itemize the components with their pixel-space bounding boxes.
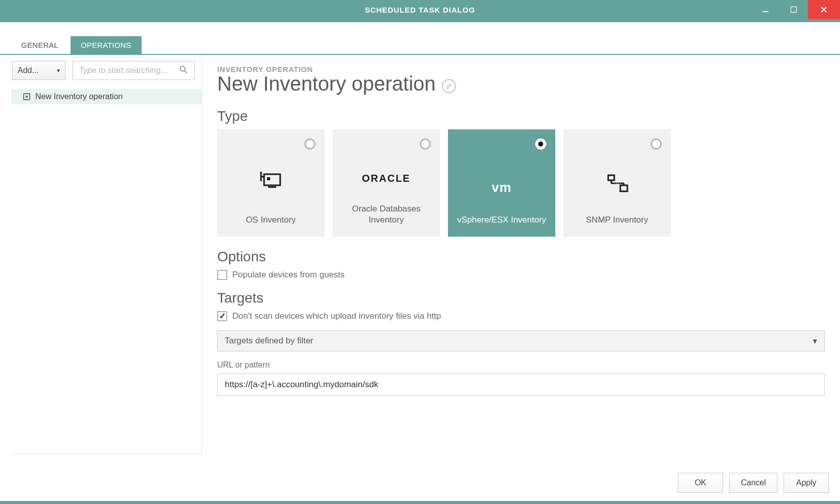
- url-pattern-value: https://[a-z]+\.accounting\.mydomain/sdk: [225, 380, 378, 390]
- svg-point-13: [618, 182, 620, 184]
- svg-rect-6: [268, 186, 276, 188]
- page-title: New Inventory operation: [217, 73, 436, 95]
- type-card-label: SNMP Inventory: [569, 214, 666, 226]
- operations-list-item-label: New Inventory operation: [35, 92, 122, 101]
- minimize-icon: [762, 6, 769, 13]
- chevron-down-icon: ▾: [57, 67, 60, 74]
- targets-mode-selected: Targets defined by filter: [225, 336, 313, 346]
- apply-button[interactable]: Apply: [784, 473, 829, 493]
- search-placeholder: Type to start searching...: [79, 66, 167, 75]
- cancel-button[interactable]: Cancel: [729, 473, 778, 493]
- pencil-icon: [445, 83, 453, 90]
- body: Add... ▾ Type to start searching... New …: [0, 55, 840, 455]
- operation-detail-pane: INVENTORY OPERATION New Inventory operat…: [202, 55, 840, 455]
- chevron-down-icon: ▾: [813, 336, 817, 346]
- type-card-vsphere-inventory[interactable]: vm vSphere/ESX Inventory: [448, 129, 555, 237]
- radio-icon: [420, 138, 431, 150]
- operations-list: New Inventory operation: [11, 86, 202, 104]
- minimize-button[interactable]: [751, 0, 780, 19]
- radio-icon: [651, 138, 662, 150]
- ok-button[interactable]: OK: [678, 473, 723, 493]
- option-skip-http-label: Don't scan devices which upload inventor…: [232, 311, 441, 321]
- options-heading: Options: [217, 249, 825, 265]
- titlebar: SCHEDULED TASK DIALOG: [0, 0, 840, 19]
- type-card-snmp-inventory[interactable]: SNMP Inventory: [563, 129, 671, 237]
- window-controls: [751, 0, 840, 19]
- tab-operations[interactable]: OPERATIONS: [71, 36, 141, 54]
- targets-mode-select[interactable]: Targets defined by filter ▾: [217, 330, 825, 351]
- close-icon: [820, 6, 828, 14]
- type-card-label: vSphere/ESX Inventory: [454, 214, 550, 226]
- operations-sidebar: Add... ▾ Type to start searching... New …: [11, 55, 202, 455]
- svg-rect-10: [608, 175, 614, 180]
- window-bottom-border: [0, 501, 840, 504]
- add-operation-dropdown[interactable]: Add... ▾: [12, 61, 66, 80]
- checkbox-icon: [217, 311, 227, 321]
- svg-point-9: [260, 172, 262, 174]
- vmware-logo-icon: vm: [492, 180, 512, 195]
- operations-list-item[interactable]: New Inventory operation: [11, 89, 202, 104]
- maximize-icon: [790, 6, 797, 13]
- option-populate-guests[interactable]: Populate devices from guests: [217, 270, 825, 280]
- svg-rect-1: [791, 7, 797, 13]
- type-card-os-inventory[interactable]: OS Inventory: [217, 129, 325, 237]
- svg-rect-5: [267, 177, 270, 180]
- svg-point-2: [180, 66, 185, 71]
- operations-search-input[interactable]: Type to start searching...: [73, 61, 195, 80]
- oracle-logo-icon: ORACLE: [362, 173, 410, 184]
- operation-icon: [23, 93, 30, 100]
- type-heading: Type: [217, 108, 825, 124]
- svg-rect-4: [264, 174, 280, 185]
- svg-line-3: [185, 71, 187, 74]
- search-icon: [179, 65, 188, 76]
- type-card-row: OS Inventory ORACLE Oracle Databases Inv…: [217, 129, 825, 237]
- type-card-label: Oracle Databases Inventory: [338, 203, 435, 226]
- url-pattern-label: URL or pattern: [217, 361, 825, 370]
- option-populate-guests-label: Populate devices from guests: [232, 270, 345, 280]
- type-card-oracle-inventory[interactable]: ORACLE Oracle Databases Inventory: [333, 129, 440, 237]
- targets-heading: Targets: [217, 290, 825, 306]
- edit-title-button[interactable]: [442, 79, 456, 93]
- checkbox-icon: [217, 270, 227, 280]
- network-icon: [605, 173, 629, 195]
- radio-icon: [304, 138, 315, 150]
- url-pattern-input[interactable]: https://[a-z]+\.accounting\.mydomain/sdk: [217, 374, 825, 396]
- svg-rect-0: [762, 11, 768, 12]
- option-skip-http-devices[interactable]: Don't scan devices which upload inventor…: [217, 311, 825, 321]
- svg-rect-11: [620, 185, 627, 191]
- radio-icon: [535, 138, 546, 150]
- add-operation-label: Add...: [18, 66, 39, 75]
- dialog-footer: OK Cancel Apply: [678, 473, 829, 493]
- tab-general[interactable]: GENERAL: [11, 36, 69, 54]
- svg-point-12: [616, 182, 618, 184]
- tabs: GENERAL OPERATIONS: [0, 22, 840, 55]
- close-button[interactable]: [808, 0, 840, 19]
- svg-point-14: [614, 182, 616, 184]
- monitor-icon: [259, 171, 283, 195]
- window-title: SCHEDULED TASK DIALOG: [365, 6, 475, 14]
- type-card-label: OS Inventory: [223, 214, 319, 226]
- maximize-button[interactable]: [780, 0, 808, 19]
